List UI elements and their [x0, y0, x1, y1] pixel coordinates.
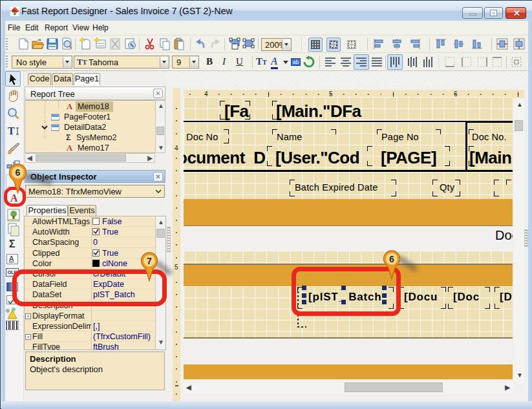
svg-text:7: 7 [147, 256, 152, 266]
svg-text:T: T [8, 125, 15, 136]
svg-text:6: 6 [16, 167, 21, 178]
svg-text:6: 6 [389, 254, 394, 264]
